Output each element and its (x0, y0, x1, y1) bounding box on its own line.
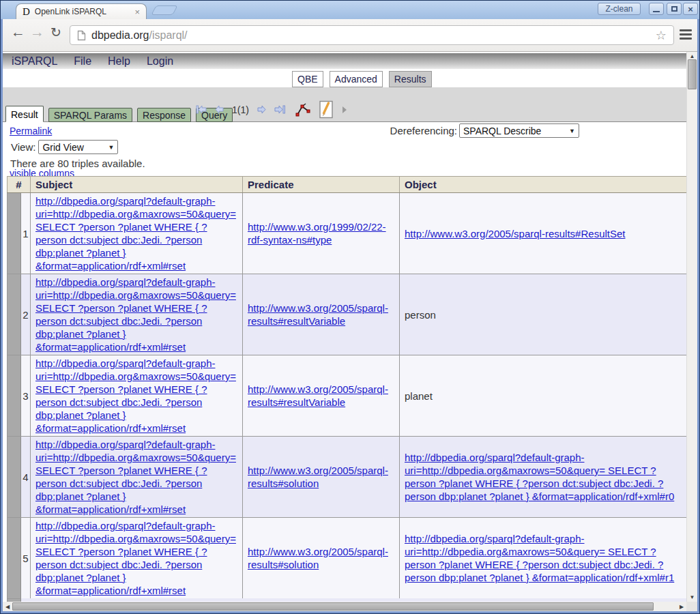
results-table: # Subject Predicate Object 1 http://dbpe… (7, 176, 686, 599)
predicate-cell: http://www.w3.org/2005/sparql-results#so… (243, 518, 400, 599)
window-titlebar: D OpenLink iSPARQL × Z-clean × (1, 1, 699, 19)
predicate-link[interactable]: http://www.w3.org/1999/02/22-rdf-syntax-… (248, 221, 386, 246)
row-number-cell: 5 (8, 518, 31, 599)
horizontal-scroll-thumb[interactable] (12, 602, 654, 611)
permalink-link[interactable]: Permalink (10, 126, 52, 136)
reload-icon[interactable]: ↻ (50, 26, 61, 39)
predicate-link[interactable]: http://www.w3.org/2005/sparql-results#re… (248, 383, 388, 408)
scrollbar-corner (686, 602, 697, 611)
dereferencing-label: Dereferencing: (390, 125, 457, 136)
results-toolbar: Result SPARQL Params Response Query 1(1) (3, 87, 686, 122)
minimize-icon (653, 11, 660, 12)
header-num: # (8, 177, 31, 193)
table-row: 2 http://dbpedia.org/sparql?default-grap… (8, 274, 687, 355)
tab-results[interactable]: Results (389, 71, 432, 87)
edit-dropdown-icon[interactable] (342, 106, 347, 113)
subject-link[interactable]: http://dbpedia.org/sparql?default-graph-… (35, 357, 236, 434)
object-cell: http://www.w3.org/2005/sparql-results#Re… (400, 193, 687, 274)
mode-tabs: QBE Advanced Results (292, 71, 432, 87)
wm-theme-button[interactable]: Z-clean (598, 3, 641, 15)
object-cell: http://dbpedia.org/sparql?default-graph-… (400, 437, 687, 518)
first-page-icon[interactable] (195, 104, 207, 115)
subject-cell: http://dbpedia.org/sparql?default-graph-… (31, 355, 243, 437)
table-row: 4 http://dbpedia.org/sparql?default-grap… (8, 437, 687, 518)
scroll-right-icon[interactable]: ▶ (677, 602, 686, 611)
subject-link[interactable]: http://dbpedia.org/sparql?default-graph-… (35, 195, 236, 272)
table-row: 1 http://dbpedia.org/sparql?default-grap… (8, 193, 687, 274)
predicate-cell: http://www.w3.org/1999/02/22-rdf-syntax-… (243, 193, 400, 274)
object-link[interactable]: http://dbpedia.org/sparql?default-graph-… (405, 533, 674, 583)
browser-tab[interactable]: D OpenLink iSPARQL × (16, 3, 147, 19)
next-page-icon[interactable] (257, 104, 267, 115)
tab-close-icon[interactable]: × (134, 8, 140, 16)
row-handle (8, 437, 21, 517)
graph-view-icon[interactable] (295, 102, 311, 117)
page-icon (77, 30, 86, 41)
bookmark-star-icon[interactable]: ☆ (656, 28, 667, 43)
back-icon[interactable]: ← (11, 25, 25, 39)
vertical-scrollbar: ▲ ▼ (686, 52, 697, 602)
header-predicate: Predicate (243, 177, 400, 193)
table-row: 3 http://dbpedia.org/sparql?default-grap… (8, 355, 687, 437)
predicate-link[interactable]: http://www.w3.org/2005/sparql-results#so… (248, 546, 388, 570)
subject-link[interactable]: http://dbpedia.org/sparql?default-graph-… (35, 439, 236, 515)
menu-item-login[interactable]: Login (147, 55, 173, 68)
last-page-icon[interactable] (274, 104, 286, 115)
horizontal-scrollbar: ◀ ▶ (3, 602, 686, 611)
view-select[interactable]: Grid View ▼ (38, 140, 118, 154)
tab-advanced[interactable]: Advanced (330, 71, 383, 87)
maximize-icon (671, 6, 677, 12)
row-handle (8, 274, 21, 355)
object-cell: planet (400, 355, 687, 437)
subject-cell: http://dbpedia.org/sparql?default-graph-… (31, 518, 243, 599)
object-link[interactable]: http://www.w3.org/2005/sparql-results#Re… (405, 228, 626, 239)
menu-item-file[interactable]: File (74, 55, 91, 68)
new-tab-button[interactable] (151, 5, 177, 15)
dereferencing-control: Dereferencing: SPARQL Describe ▼ (390, 123, 579, 138)
object-cell: http://dbpedia.org/sparql?default-graph-… (400, 518, 687, 599)
table-row: 5 http://dbpedia.org/sparql?default-grap… (8, 518, 687, 599)
browser-tab-title: OpenLink iSPARQL (35, 7, 130, 16)
row-handle (8, 355, 21, 436)
menu-item-help[interactable]: Help (108, 55, 130, 68)
scroll-down-icon[interactable]: ▼ (687, 593, 697, 602)
forward-icon[interactable]: → (30, 25, 44, 39)
subject-cell: http://dbpedia.org/sparql?default-graph-… (31, 274, 243, 355)
vertical-scroll-thumb[interactable] (688, 59, 697, 89)
dereferencing-select[interactable]: SPARQL Describe ▼ (459, 123, 579, 138)
tab-response[interactable]: Response (137, 108, 191, 122)
subject-cell: http://dbpedia.org/sparql?default-graph-… (31, 193, 243, 274)
predicate-cell: http://www.w3.org/2005/sparql-results#re… (243, 355, 400, 437)
minimize-button[interactable] (649, 3, 664, 15)
object-literal: person (405, 309, 436, 321)
predicate-link[interactable]: http://www.w3.org/2005/sparql-results#so… (248, 465, 388, 489)
subject-link[interactable]: http://dbpedia.org/sparql?default-graph-… (35, 520, 236, 596)
row-number-cell: 1 (8, 193, 31, 274)
pager-controls: 1(1) (195, 100, 347, 119)
url-path: /isparql/ (149, 29, 188, 41)
chevron-down-icon: ▼ (569, 128, 575, 134)
menu-item-isparql[interactable]: iSPARQL (12, 55, 57, 68)
address-bar[interactable]: dbpedia.org/isparql/ ☆ (70, 25, 674, 45)
scroll-left-icon[interactable]: ◀ (3, 602, 12, 611)
maximize-button[interactable] (667, 3, 682, 15)
url-host: dbpedia.org (91, 29, 149, 41)
tab-result[interactable]: Result (5, 106, 44, 122)
isparql-menubar: iSPARQL File Help Login (3, 53, 686, 69)
predicate-link[interactable]: http://www.w3.org/2005/sparql-results#re… (248, 302, 388, 327)
page-viewport: iSPARQL File Help Login QBE Advanced Res… (3, 52, 697, 611)
row-number-cell: 4 (8, 437, 31, 518)
window-close-button[interactable]: × (683, 3, 698, 15)
previous-page-icon[interactable] (214, 104, 224, 115)
object-link[interactable]: http://dbpedia.org/sparql?default-graph-… (405, 452, 674, 502)
browser-window: D OpenLink iSPARQL × Z-clean × ← → ↻ dbp… (0, 0, 700, 614)
edit-query-icon[interactable] (319, 100, 335, 119)
browser-menu-icon[interactable] (680, 29, 692, 40)
tab-qbe[interactable]: QBE (292, 71, 323, 87)
chevron-down-icon: ▼ (108, 144, 115, 151)
openlink-favicon-icon: D (23, 7, 30, 17)
header-object: Object (400, 177, 687, 193)
subject-link[interactable]: http://dbpedia.org/sparql?default-graph-… (35, 276, 236, 353)
url-text: dbpedia.org/isparql/ (91, 29, 188, 42)
tab-sparql-params[interactable]: SPARQL Params (48, 108, 132, 122)
